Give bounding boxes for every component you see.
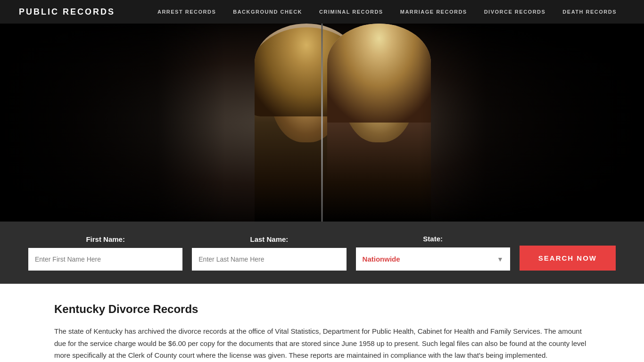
hero-gradient-right [419, 24, 644, 222]
nav-marriage-records[interactable]: MARRIAGE RECORDS [392, 0, 476, 24]
first-name-label: First Name: [28, 235, 182, 243]
nav-criminal-records[interactable]: CRIMINAL RECORDS [311, 0, 392, 24]
logo[interactable]: PUBLIC RECORDS [19, 7, 115, 17]
nav-background-check[interactable]: BACKGROUND CHECK [224, 0, 311, 24]
search-bar: First Name: Last Name: State: Nationwide… [0, 222, 644, 284]
hero-section [0, 24, 644, 222]
person-right-figure [327, 24, 431, 222]
last-name-label: Last Name: [192, 235, 346, 243]
page-title: Kentucky Divorce Records [54, 303, 590, 316]
first-name-field: First Name: [28, 235, 182, 271]
nav-arrest-records[interactable]: ARREST RECORDS [149, 0, 224, 24]
content-section: Kentucky Divorce Records The state of Ke… [0, 284, 644, 362]
last-name-input[interactable] [192, 248, 346, 271]
main-nav: ARREST RECORDS BACKGROUND CHECK CRIMINAL… [149, 0, 625, 24]
nav-divorce-records[interactable]: DIVORCE RECORDS [476, 0, 554, 24]
content-paragraph-1: The state of Kentucky has archived the d… [54, 325, 590, 362]
state-select-wrapper: NationwideAlabamaAlaskaArizonaArkansasCa… [356, 247, 510, 271]
nav-death-records[interactable]: DEATH RECORDS [554, 0, 625, 24]
header: PUBLIC RECORDS ARREST RECORDS BACKGROUND… [0, 0, 644, 24]
hero-divider [322, 24, 323, 222]
first-name-input[interactable] [28, 248, 182, 271]
state-field: State: NationwideAlabamaAlaskaArizonaArk… [356, 235, 510, 271]
search-now-button[interactable]: SEARCH NOW [520, 246, 616, 271]
state-label: State: [356, 235, 510, 243]
hero-gradient-left [0, 24, 225, 222]
state-select[interactable]: NationwideAlabamaAlaskaArizonaArkansasCa… [356, 247, 510, 271]
last-name-field: Last Name: [192, 235, 346, 271]
